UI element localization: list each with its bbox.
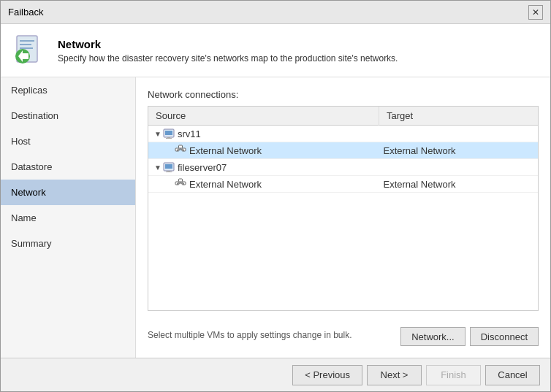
action-buttons: Network... Disconnect [400,327,539,346]
col-target: Target [379,107,538,126]
svg-rect-9 [166,138,172,139]
vm-icon [163,128,175,139]
svg-rect-19 [165,164,172,169]
target-cell [379,159,538,176]
vm-icon [163,161,175,173]
network-table: Source Target ▼ [148,107,538,193]
header-title: Network [58,38,398,50]
disconnect-button[interactable]: Disconnect [470,327,539,346]
bulk-hint: Select multiple VMs to apply settings ch… [148,330,352,340]
table-row[interactable]: ▼ srv11 [148,126,538,142]
svg-rect-7 [165,131,172,135]
table-header-row: Source Target [148,107,538,126]
title-bar: Failback ✕ [1,1,550,24]
table-row[interactable]: ▼ fileserver07 [148,159,538,176]
svg-rect-20 [167,171,170,172]
sidebar: Replicas Destination Host Datastore Netw… [1,77,136,358]
svg-rect-21 [166,172,172,172]
section-label: Network connections: [148,89,539,100]
next-button[interactable]: Next > [367,365,422,385]
cancel-button[interactable]: Cancel [485,365,540,385]
source-cell: External Network [148,142,379,159]
table-row[interactable]: External Network External Network [148,176,538,193]
svg-rect-8 [167,137,170,138]
header-icon [12,33,48,68]
tree-node: External Network [153,145,374,156]
indent [153,179,164,190]
header-area: Network Specify how the disaster recover… [1,24,550,77]
main-panel: Network connections: Source Target [136,77,550,358]
sidebar-item-replicas[interactable]: Replicas [1,77,135,103]
dialog-title: Failback [8,7,43,18]
tree-node: External Network [153,178,374,190]
svg-rect-2 [20,44,31,45]
vm-label: fileserver07 [178,162,227,173]
vm-label: srv11 [178,128,201,139]
network-icon [175,178,186,190]
svg-rect-1 [20,40,34,42]
table-row[interactable]: External Network External Network [148,142,538,159]
tree-node: ▼ srv11 [153,128,374,139]
close-button[interactable]: ✕ [528,5,543,20]
svg-rect-3 [20,47,33,49]
network-button[interactable]: Network... [400,327,466,346]
network-icon [175,145,186,156]
expand-icon: ▼ [153,130,163,138]
sidebar-item-host[interactable]: Host [1,128,135,154]
target-cell: External Network [379,176,538,193]
sidebar-item-summary[interactable]: Summary [1,231,135,256]
expand-icon: ▼ [153,164,163,172]
col-source: Source [148,107,379,126]
target-cell [379,126,538,142]
network-label: External Network [189,145,262,156]
footer: < Previous Next > Finish Cancel [1,358,550,391]
finish-button[interactable]: Finish [426,365,481,385]
tree-node: ▼ fileserver07 [153,161,374,173]
target-cell: External Network [379,142,538,159]
sidebar-item-datastore[interactable]: Datastore [1,154,135,180]
previous-button[interactable]: < Previous [292,365,362,385]
svg-rect-24 [179,179,183,182]
dialog-container: Failback ✕ Network Specify how the disas… [0,0,551,392]
header-text: Network Specify how the disaster recover… [58,38,398,64]
indent [153,145,164,156]
source-cell: External Network [148,176,379,193]
header-subtitle: Specify how the disaster recovery site's… [58,53,398,64]
content-area: Replicas Destination Host Datastore Netw… [1,77,550,358]
network-label: External Network [189,179,262,190]
source-cell: ▼ fileserver07 [148,159,379,176]
network-table-container: Source Target ▼ [148,106,539,311]
sidebar-item-destination[interactable]: Destination [1,103,135,128]
sidebar-item-name[interactable]: Name [1,205,135,231]
source-cell: ▼ srv11 [148,126,379,142]
svg-rect-12 [179,145,183,148]
sidebar-item-network[interactable]: Network [1,180,135,205]
